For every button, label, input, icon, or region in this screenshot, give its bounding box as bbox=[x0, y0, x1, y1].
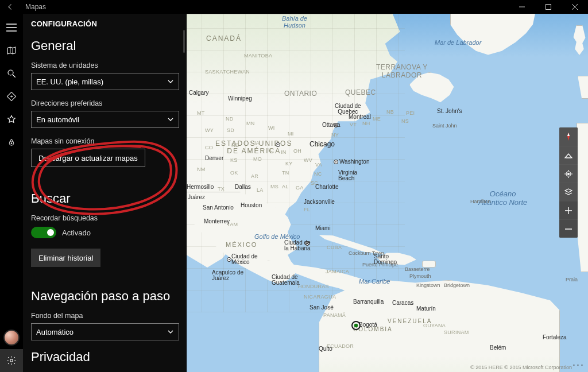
city-cockburn: Cockburn Town bbox=[349, 250, 384, 256]
city-plymouth: Plymouth bbox=[409, 273, 431, 279]
rail-search-button[interactable] bbox=[0, 62, 23, 85]
city-portauprince: Puerto Príncipe bbox=[362, 262, 398, 268]
label-nh: NH bbox=[362, 121, 370, 126]
city-stjohns: St. John's bbox=[437, 108, 462, 114]
city-quebec: Ciudad deQuebec bbox=[335, 103, 361, 115]
city-virginia-beach: VirginiaBeach bbox=[338, 170, 357, 181]
city-basseterre: Basseterre bbox=[405, 266, 430, 272]
city-houston: Houston bbox=[241, 202, 262, 208]
minus-icon bbox=[564, 225, 572, 233]
city-charlotte: Charlotte bbox=[315, 184, 339, 190]
city-acapulco: Acapulco deJuárez bbox=[212, 270, 243, 281]
section-general-title: General bbox=[31, 38, 179, 53]
rail-settings-button[interactable] bbox=[0, 349, 23, 372]
city-jacksonville: Jacksonville bbox=[304, 199, 335, 205]
label-pei: PEI bbox=[406, 110, 415, 116]
label-mb: MANITOBA bbox=[244, 53, 272, 59]
panel-scrollbar[interactable] bbox=[183, 30, 185, 53]
label-co: CO bbox=[205, 145, 213, 150]
map-viewport[interactable]: Bahía deHudson Mar de Labrador Golfo de … bbox=[187, 14, 588, 372]
label-ky: KY bbox=[285, 161, 293, 166]
label-ontario: ONTARIO bbox=[284, 90, 317, 98]
label-bahia-hudson: Bahía deHudson bbox=[282, 15, 307, 29]
back-button[interactable] bbox=[3, 0, 17, 14]
more-button[interactable]: ··· bbox=[572, 359, 585, 371]
city-mexico: Ciudad deMéxico bbox=[231, 254, 258, 265]
compass-button[interactable] bbox=[559, 127, 578, 146]
label-wy: WY bbox=[205, 127, 214, 133]
download-maps-button[interactable]: Descargar o actualizar mapas bbox=[31, 149, 145, 167]
target-icon bbox=[564, 169, 573, 179]
city-belem: Belém bbox=[490, 344, 506, 351]
label-mt: MT bbox=[197, 110, 205, 116]
label-guyana: GUYANA bbox=[423, 323, 446, 328]
map-controls bbox=[559, 127, 578, 238]
label-mexico: MÉXICO bbox=[226, 241, 257, 248]
label-ne: NE bbox=[231, 142, 239, 148]
hamburger-button[interactable] bbox=[0, 16, 23, 39]
layers-button[interactable] bbox=[559, 183, 578, 201]
label-al: AL bbox=[282, 184, 289, 189]
close-button[interactable] bbox=[562, 0, 588, 14]
label-fl: FL bbox=[304, 207, 310, 212]
zoom-out-button[interactable] bbox=[559, 219, 578, 238]
label-nb: NB bbox=[386, 109, 394, 115]
label-mn: MN bbox=[246, 121, 255, 126]
city-dallas: Dallas bbox=[235, 184, 251, 190]
section-privacy-title: Privacidad bbox=[31, 350, 179, 365]
zoom-in-button[interactable] bbox=[559, 201, 578, 219]
mapbg-select[interactable]: Automático bbox=[31, 323, 179, 340]
clear-history-button[interactable]: Eliminar historial bbox=[31, 249, 100, 267]
label-tn: TN bbox=[282, 170, 289, 176]
chevron-down-icon bbox=[167, 78, 174, 85]
close-icon bbox=[572, 4, 578, 10]
chevron-down-icon bbox=[167, 328, 174, 335]
user-avatar[interactable] bbox=[3, 330, 20, 346]
city-miami: Miami bbox=[315, 225, 331, 231]
rail-map-button[interactable] bbox=[0, 39, 23, 62]
mapbg-label: Fondo del mapa bbox=[31, 312, 179, 320]
minimize-button[interactable] bbox=[509, 0, 535, 14]
rail-favorites-button[interactable] bbox=[0, 108, 23, 131]
label-terranova: TERRANOVA YLABRADOR bbox=[376, 63, 428, 79]
city-calgary: Calgary bbox=[189, 90, 208, 96]
city-fortaleza: Fortaleza bbox=[543, 334, 567, 340]
traffic-icon bbox=[6, 137, 17, 148]
city-hermosillo: Hermosillo bbox=[187, 184, 214, 190]
units-select[interactable]: EE. UU. (pie, millas) bbox=[31, 73, 179, 90]
city-havana: Ciudad dela Habana bbox=[284, 240, 311, 251]
locate-button[interactable] bbox=[559, 164, 578, 183]
city-kingstown: Kingstown bbox=[416, 282, 440, 288]
label-canada: CANADÁ bbox=[206, 34, 242, 42]
label-panama: PANAMÁ bbox=[323, 312, 346, 318]
offline-label: Mapas sin conexión bbox=[31, 137, 179, 145]
remember-state: Activado bbox=[62, 228, 91, 237]
city-caracas: Caracas bbox=[392, 300, 413, 306]
label-la: LA bbox=[257, 187, 264, 193]
city-hamilton: Hamilton bbox=[470, 199, 491, 204]
section-search-title: Buscar bbox=[31, 191, 179, 206]
city-juarez: Juárez bbox=[188, 194, 205, 200]
label-in: IN bbox=[281, 149, 287, 155]
map-icon bbox=[6, 45, 17, 56]
directions-select[interactable]: En automóvil bbox=[31, 111, 179, 128]
label-nm: NM bbox=[197, 166, 206, 172]
svg-point-8 bbox=[568, 173, 570, 175]
svg-point-1 bbox=[8, 70, 13, 75]
star-icon bbox=[6, 114, 17, 125]
label-vt: VT bbox=[350, 122, 357, 127]
maximize-button[interactable] bbox=[535, 0, 562, 14]
remember-toggle[interactable] bbox=[31, 227, 56, 238]
label-mi: MI bbox=[288, 131, 294, 137]
city-saintjohn: Saint John bbox=[432, 123, 457, 129]
rail-directions-button[interactable] bbox=[0, 85, 23, 108]
city-chicago: Chicago bbox=[310, 140, 335, 148]
tilt-button[interactable] bbox=[559, 146, 578, 164]
rail-traffic-button[interactable] bbox=[0, 131, 23, 154]
plus-icon bbox=[564, 207, 572, 215]
directions-label: Direcciones preferidas bbox=[31, 99, 179, 107]
search-icon bbox=[6, 68, 17, 79]
city-ottawa: Ottawa bbox=[322, 122, 341, 128]
label-honduras: HONDURAS bbox=[298, 284, 329, 289]
directions-value: En automóvil bbox=[36, 115, 79, 124]
